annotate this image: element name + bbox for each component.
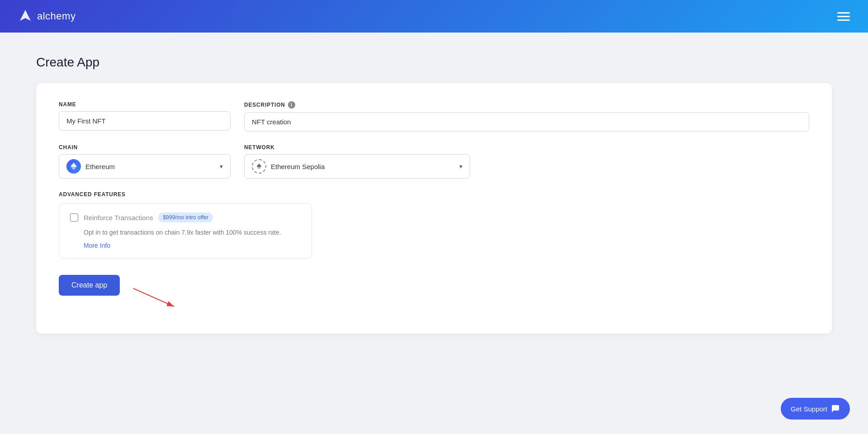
- feature-header: Reinforce Transactions $999/mo intro off…: [70, 212, 301, 222]
- more-info-link[interactable]: More Info: [70, 242, 301, 249]
- page-title: Create App: [36, 55, 832, 70]
- chain-value: Ethereum: [85, 163, 215, 170]
- create-app-btn-area: Create app: [59, 275, 809, 311]
- network-form-group: NETWORK Ethereum Sepolia ▾: [244, 144, 470, 179]
- name-label: NAME: [59, 101, 231, 108]
- logo: alchemy: [18, 9, 75, 24]
- brand-name: alchemy: [37, 10, 75, 22]
- get-support-button[interactable]: Get Support: [781, 398, 850, 420]
- reinforce-transactions-checkbox[interactable]: [70, 213, 78, 222]
- name-description-row: NAME DESCRIPTION i: [59, 101, 809, 132]
- advanced-features-section: ADVANCED FEATURES Reinforce Transactions…: [59, 191, 809, 259]
- svg-marker-1: [71, 163, 77, 168]
- alchemy-logo-icon: [18, 9, 33, 24]
- network-label: NETWORK: [244, 144, 470, 151]
- description-form-group: DESCRIPTION i: [244, 101, 809, 132]
- feature-badge: $999/mo intro offer: [158, 212, 213, 222]
- svg-marker-3: [257, 164, 262, 168]
- name-input[interactable]: [59, 111, 231, 131]
- chain-select[interactable]: Ethereum ▾: [59, 154, 231, 179]
- description-label: DESCRIPTION i: [244, 101, 809, 108]
- create-app-form-card: NAME DESCRIPTION i CHAIN: [36, 83, 832, 334]
- feature-name: Reinforce Transactions: [84, 214, 153, 222]
- svg-line-6: [133, 288, 174, 307]
- get-support-label: Get Support: [791, 405, 827, 413]
- network-chevron-icon: ▾: [459, 163, 462, 170]
- network-chain-icon: [252, 159, 266, 174]
- chain-network-row: CHAIN Ethereum ▾ NETWORK: [59, 144, 809, 179]
- svg-marker-0: [20, 10, 31, 21]
- chain-form-group: CHAIN Ethereum ▾: [59, 144, 231, 179]
- name-form-group: NAME: [59, 101, 231, 132]
- chain-chevron-icon: ▾: [220, 163, 223, 170]
- feature-description: Opt in to get transactions on chain 7.9x…: [70, 228, 301, 237]
- reinforce-transactions-card: Reinforce Transactions $999/mo intro off…: [59, 203, 312, 259]
- advanced-features-label: ADVANCED FEATURES: [59, 191, 809, 198]
- description-input[interactable]: [244, 112, 809, 132]
- create-app-button[interactable]: Create app: [59, 275, 120, 296]
- chat-icon: [831, 404, 840, 413]
- network-value: Ethereum Sepolia: [271, 163, 455, 170]
- annotation-arrow: [129, 284, 183, 311]
- menu-button[interactable]: [837, 12, 850, 21]
- chain-label: CHAIN: [59, 144, 231, 151]
- description-info-icon[interactable]: i: [288, 101, 295, 108]
- main-content: Create App NAME DESCRIPTION i CHAIN: [0, 33, 868, 356]
- network-select[interactable]: Ethereum Sepolia ▾: [244, 154, 470, 179]
- ethereum-chain-icon: [66, 159, 81, 174]
- header: alchemy: [0, 0, 868, 33]
